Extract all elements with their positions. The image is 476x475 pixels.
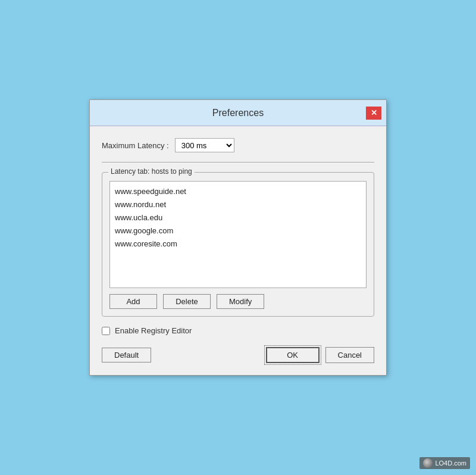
bottom-buttons: Default OK Cancel [102,347,374,363]
hosts-list[interactable]: www.speedguide.net www.nordu.net www.ucl… [109,181,367,288]
dialog-content: Maximum Latency : 300 ms 100 ms 200 ms 5… [90,126,386,375]
host-item: www.speedguide.net [114,185,362,198]
modify-button[interactable]: Modify [217,294,264,309]
preferences-dialog: Preferences ✕ Maximum Latency : 300 ms 1… [89,99,387,376]
title-bar: Preferences ✕ [90,100,386,126]
watermark-text: LO4D.com [435,460,466,467]
host-item: www.nordu.net [114,198,362,211]
latency-row: Maximum Latency : 300 ms 100 ms 200 ms 5… [102,138,374,152]
registry-row: Enable Registry Editor [102,326,374,335]
dialog-title: Preferences [212,108,264,118]
group-box-legend: Latency tab: hosts to ping [108,167,195,176]
host-item: www.ucla.edu [114,211,362,224]
registry-checkbox[interactable] [102,327,110,335]
registry-label: Enable Registry Editor [115,326,192,335]
host-item: www.coresite.com [114,238,362,251]
cancel-button[interactable]: Cancel [325,347,374,363]
divider [102,162,374,162]
add-button[interactable]: Add [109,294,157,309]
latency-select[interactable]: 300 ms 100 ms 200 ms 500 ms 1000 ms [175,138,234,152]
latency-label: Maximum Latency : [102,141,169,150]
ok-button[interactable]: OK [266,347,320,363]
host-item: www.google.com [114,224,362,238]
bottom-right-buttons: OK Cancel [266,347,374,363]
watermark-globe-icon [423,458,433,468]
close-button[interactable]: ✕ [366,107,381,120]
delete-button[interactable]: Delete [163,294,211,309]
default-button[interactable]: Default [102,348,151,362]
hosts-group-box: Latency tab: hosts to ping www.speedguid… [102,172,374,317]
watermark: LO4D.com [419,457,470,469]
group-buttons: Add Delete Modify [109,294,367,309]
